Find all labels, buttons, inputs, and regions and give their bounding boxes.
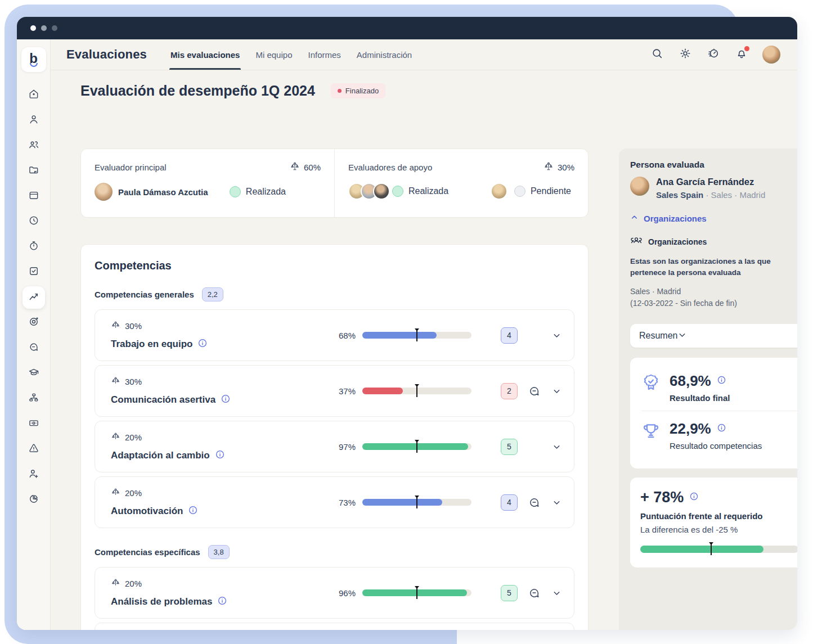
sidebar-item-home[interactable] (23, 84, 45, 106)
sidebar-item-payroll[interactable] (23, 413, 45, 435)
window-minimize-dot[interactable] (41, 25, 47, 31)
check-square-icon (28, 265, 39, 279)
line-chart-icon (28, 291, 39, 304)
app-logo[interactable]: b (21, 47, 46, 72)
principal-evaluator-avatar (95, 183, 113, 201)
comment-button[interactable] (528, 587, 541, 600)
main-content: Evaluación de desempeño 1Q 2024 Finaliza… (51, 70, 797, 630)
folder-icon (28, 164, 39, 178)
group-score-badge: 3,8 (208, 545, 230, 559)
decorative-backdrop-cover (457, 629, 813, 644)
search-icon (651, 47, 663, 62)
info-icon[interactable] (215, 449, 225, 462)
sidebar-item-tasks[interactable] (23, 261, 45, 283)
support-pending-label: Pendiente (531, 186, 571, 196)
evaluated-person-name: Ana García Fernández (656, 177, 765, 187)
status-badge: Finalizado (331, 83, 385, 98)
competency-weight: 30% (125, 321, 142, 331)
competency-progress-bar (362, 443, 471, 450)
sidebar-item-incidents[interactable] (23, 438, 45, 461)
sidebar-item-messages[interactable] (23, 337, 45, 359)
weight-scale-icon (111, 376, 120, 388)
comment-button[interactable] (528, 385, 541, 398)
tab-administracion[interactable]: Administración (349, 39, 420, 70)
tab-informes[interactable]: Informes (300, 39, 348, 70)
competency-weight: 30% (125, 377, 142, 386)
support-done-label: Realizada (408, 186, 448, 196)
notification-badge (744, 46, 749, 51)
app-header: Evaluaciones Mis evaluaciones Mi equipo … (51, 39, 797, 70)
home-icon (28, 88, 39, 102)
sidebar-item-calendar[interactable] (23, 185, 45, 208)
support-weight: 30% (544, 161, 574, 173)
window-close-dot[interactable] (30, 25, 36, 31)
competency-percent: 68% (332, 331, 356, 340)
expand-chevron[interactable] (552, 588, 562, 598)
competency-weight: 20% (125, 579, 142, 588)
competencias-result-value: 22,9% (670, 420, 711, 438)
sidebar-item-evaluations[interactable] (23, 286, 45, 309)
chevron-up-icon (630, 213, 639, 223)
sidebar-item-objectives[interactable] (23, 312, 45, 334)
settings-button[interactable] (678, 47, 693, 62)
gear-icon (679, 47, 691, 62)
sidebar-item-documents[interactable] (23, 160, 45, 182)
competency-percent: 37% (332, 386, 356, 396)
sidebar-item-profile[interactable] (23, 109, 45, 132)
evaluated-person-avatar (630, 177, 649, 196)
status-dot-icon (338, 89, 342, 93)
summary-select[interactable]: Resumen (630, 324, 797, 348)
competency-row: 30% Comunicación asertiva 37% 2 (95, 365, 574, 417)
info-icon[interactable] (221, 394, 231, 406)
tab-mi-equipo[interactable]: Mi equipo (248, 39, 300, 70)
required-marker (416, 440, 417, 453)
sidebar-item-clock[interactable] (23, 210, 45, 233)
competencias-result: 22,9% Resultado competencias (641, 411, 797, 458)
competency-percent: 97% (332, 442, 356, 452)
competencias-card: Competencias Competencias generales 2,2 … (80, 244, 589, 630)
organizaciones-description: Estas son las organizaciones a las que p… (630, 256, 797, 278)
weight-scale-icon (290, 161, 300, 173)
expand-chevron[interactable] (552, 498, 562, 507)
info-icon[interactable] (717, 423, 726, 435)
organization-users-icon (630, 235, 643, 249)
window-maximize-dot[interactable] (52, 25, 57, 31)
expand-chevron[interactable] (552, 386, 562, 396)
tab-mis-evaluaciones[interactable]: Mis evaluaciones (163, 39, 248, 70)
competency-name: Adaptación al cambio (111, 450, 210, 461)
header-actions (650, 46, 797, 64)
person-panel: Persona evaluada Ana García Fernández Sa… (619, 148, 797, 630)
time-tracking-button[interactable] (706, 47, 721, 62)
sidebar-item-training[interactable] (23, 362, 45, 385)
info-icon[interactable] (217, 596, 227, 608)
status-done-icon (230, 186, 241, 197)
notifications-button[interactable] (734, 47, 749, 62)
sidebar-item-time-control[interactable] (23, 236, 45, 258)
expand-chevron[interactable] (552, 442, 562, 452)
info-icon[interactable] (197, 338, 208, 350)
comment-button[interactable] (528, 496, 541, 509)
competency-row: 20% Automotivación 73% 4 (95, 476, 574, 528)
info-icon[interactable] (717, 375, 726, 387)
search-button[interactable] (650, 47, 664, 62)
support-weight-value: 30% (558, 163, 574, 172)
sidebar-item-org-chart[interactable] (23, 388, 45, 410)
weight-scale-icon (111, 488, 120, 499)
competency-row: 20% Análisis de problemas 96% 5 (95, 567, 574, 619)
competencias-result-label: Resultado competencias (670, 441, 762, 451)
user-plus-icon (28, 468, 39, 481)
info-icon[interactable] (188, 505, 198, 517)
sidebar-item-recruitment[interactable] (23, 463, 45, 486)
info-icon[interactable] (689, 492, 699, 503)
sidebar-item-people[interactable] (23, 134, 45, 157)
expand-chevron[interactable] (552, 331, 562, 340)
required-marker (416, 329, 417, 341)
group-label: Competencias específicas (95, 547, 200, 557)
competency-progress-bar (362, 499, 471, 506)
organizaciones-collapse-link[interactable]: Organizaciones (630, 213, 797, 223)
sidebar-item-reports[interactable] (23, 489, 45, 511)
support-evaluators-section: Evaluadores de apoyo 30% (335, 149, 588, 217)
user-avatar[interactable] (762, 46, 780, 64)
required-marker (711, 543, 712, 555)
sidebar: b (17, 39, 51, 630)
